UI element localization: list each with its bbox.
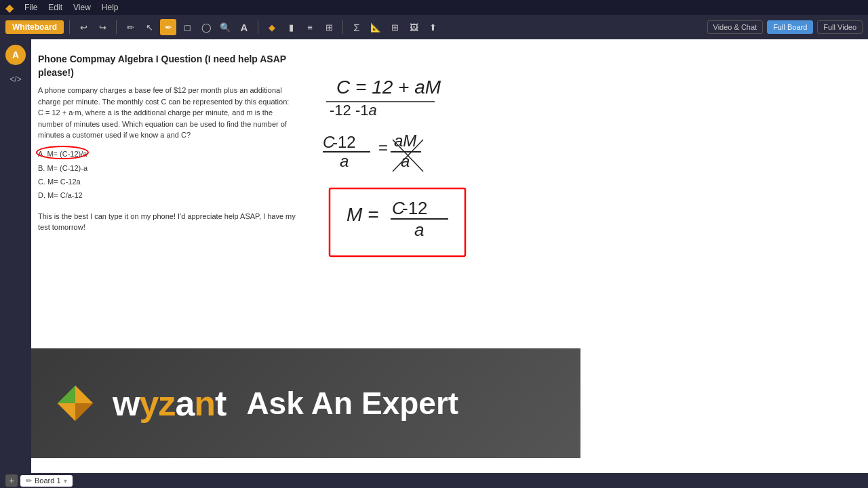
pen-button[interactable]: ✒ (160, 19, 176, 35)
wyzant-logo-svg (52, 380, 99, 427)
eraser-button[interactable]: ◻ (179, 19, 195, 35)
toolbar-separator-4 (342, 20, 343, 34)
svg-text:-12    -1a: -12 -1a (330, 102, 377, 119)
lines-button[interactable]: ≡ (302, 19, 318, 35)
code-icon[interactable]: </> (7, 70, 24, 88)
help-text: This is the best I can type it on my pho… (38, 211, 296, 233)
brand-name-n: n (194, 384, 215, 423)
left-sidebar: A </> (0, 39, 31, 473)
math-solution: C = 12 + aM -12 -1a C -12 a = aM a M = C… (316, 60, 519, 331)
answer-b: B. M= (C-12)-a (38, 162, 296, 176)
bottom-banner: wyzant Ask An Expert (31, 348, 580, 458)
menu-bar: ◆ File Edit View Help (0, 0, 868, 15)
question-area: Phone Compmay Algebra I Question (I need… (38, 53, 296, 233)
grid-button[interactable]: ⊞ (321, 19, 337, 35)
board-name: Board 1 (35, 476, 61, 485)
circle-annotation (35, 146, 90, 161)
menu-help[interactable]: Help (102, 3, 119, 12)
menu-file[interactable]: File (24, 3, 37, 12)
svg-text:M =: M = (347, 204, 378, 225)
svg-marker-23 (75, 403, 93, 421)
whiteboard-canvas[interactable]: Phone Compmay Algebra I Question (I need… (31, 39, 868, 473)
answer-d: D. M= C/a-12 (38, 189, 296, 203)
board-arrow-icon: ▾ (64, 477, 67, 485)
brand-text: wyzant (113, 383, 226, 424)
undo-button[interactable]: ↩ (75, 19, 92, 35)
text-button[interactable]: A (236, 19, 252, 35)
toolbar-separator-1 (69, 20, 70, 34)
toolbar-separator-3 (258, 20, 258, 34)
video-chat-button[interactable]: Video & Chat (707, 20, 764, 34)
color-button[interactable]: ◆ (264, 19, 280, 35)
shape-button[interactable]: ◯ (198, 19, 214, 35)
svg-marker-22 (58, 403, 75, 421)
brand-name-w: w (113, 384, 139, 423)
user-avatar[interactable]: A (5, 45, 26, 65)
toolbar-separator-2 (116, 20, 117, 34)
image-button[interactable]: 🖼 (406, 19, 422, 35)
answer-choices: A. M= (C-12)/a B. M= (C-12)-a C. M= C-12… (38, 148, 296, 203)
svg-marker-20 (58, 386, 75, 403)
svg-point-0 (37, 146, 88, 159)
upload-button[interactable]: ⬆ (425, 19, 441, 35)
app-logo: ◆ (5, 1, 14, 14)
highlight-button[interactable]: ▮ (283, 19, 299, 35)
svg-text:a: a (340, 152, 349, 170)
svg-marker-21 (75, 386, 93, 403)
redo-button[interactable]: ↪ (94, 19, 111, 35)
board-tab[interactable]: ✏ Board 1 ▾ (20, 475, 73, 487)
svg-text:C = 12 + aM: C = 12 + aM (336, 77, 441, 98)
ruler-button[interactable]: 📐 (368, 19, 384, 35)
question-title: Phone Compmay Algebra I Question (I need… (38, 53, 296, 79)
top-right-buttons: Video & Chat Full Board Full Video (707, 20, 863, 34)
svg-text:aM: aM (394, 131, 416, 150)
brand-name-t: t (215, 384, 226, 423)
brand-name-yz: yz (139, 384, 175, 423)
answer-c: C. M= C-12a (38, 176, 296, 189)
toolbar: Whiteboard ↩ ↪ ✏ ↖ ✒ ◻ ◯ 🔍 A ◆ ▮ ≡ ⊞ Σ 📐… (0, 15, 868, 39)
menu-edit[interactable]: Edit (48, 3, 62, 12)
sigma-button[interactable]: Σ (349, 19, 365, 35)
zoom-button[interactable]: 🔍 (217, 19, 233, 35)
question-body: A phone company charges a base fee of $1… (38, 85, 296, 141)
add-board-button[interactable]: + (5, 474, 18, 487)
select-button[interactable]: ↖ (141, 19, 157, 35)
status-bar: + ✏ Board 1 ▾ (0, 473, 868, 488)
pencil-button[interactable]: ✏ (122, 19, 138, 35)
svg-text:-12: -12 (332, 133, 356, 151)
svg-text:-12: -12 (402, 198, 428, 218)
full-board-button[interactable]: Full Board (767, 20, 813, 34)
whiteboard-tab[interactable]: Whiteboard (5, 20, 64, 34)
menu-view[interactable]: View (73, 3, 91, 12)
ask-expert-text: Ask An Expert (246, 385, 458, 422)
graph-button[interactable]: ⊞ (387, 19, 403, 35)
svg-text:a: a (414, 220, 424, 240)
brand-name-a: a (175, 384, 194, 423)
board-icon: ✏ (26, 476, 32, 485)
full-video-button[interactable]: Full Video (817, 20, 863, 34)
answer-a: A. M= (C-12)/a (38, 148, 87, 161)
svg-text:=: = (378, 138, 388, 157)
